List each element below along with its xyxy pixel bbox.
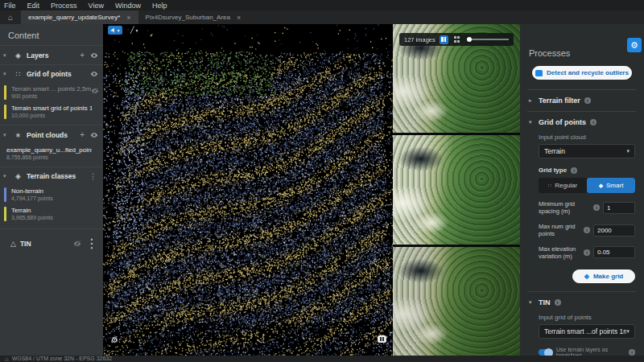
- info-icon[interactable]: i: [584, 97, 591, 104]
- eye-off-icon[interactable]: [91, 88, 99, 94]
- item-name: Terrain smart grid of points 1m 1: [11, 105, 92, 112]
- chevron-down-icon[interactable]: ▾: [3, 132, 10, 138]
- close-icon[interactable]: ×: [126, 14, 130, 22]
- menu-process[interactable]: Process: [51, 2, 77, 10]
- kebab-menu-icon[interactable]: ⋮: [85, 236, 98, 251]
- eye-icon[interactable]: [90, 132, 98, 138]
- panel-resize-handle[interactable]: [378, 335, 386, 343]
- info-icon[interactable]: i: [593, 204, 600, 211]
- section-tin[interactable]: △ TIN ⋮: [0, 228, 103, 257]
- aerial-image-thumbnail[interactable]: [393, 135, 520, 244]
- home-button[interactable]: ⌂: [0, 10, 21, 24]
- input-point-cloud-label: Input point cloud: [539, 134, 635, 141]
- menu-file[interactable]: File: [4, 2, 16, 10]
- list-item-non-terrain[interactable]: Non-terrain 4,794,177 points: [0, 185, 103, 204]
- measure-tool-button[interactable]: ╱ ▾: [128, 26, 141, 35]
- max-num-grid-points-label: Max num grid points: [539, 223, 580, 238]
- make-grid-button[interactable]: ◆ Make grid: [572, 269, 635, 283]
- select-value: Terrain smart ...of points 1m 1: [544, 327, 626, 335]
- viewport-3d[interactable]: ➤ ▾ ╱ ▾ ⚙: [103, 24, 393, 356]
- chevron-down-icon[interactable]: ▾: [529, 119, 535, 125]
- eye-icon[interactable]: [90, 52, 98, 59]
- grid-of-points-icon: ∷: [14, 70, 23, 78]
- detect-outliers-button[interactable]: Detect and recycle outliers: [532, 66, 632, 80]
- aerial-image-thumbnail[interactable]: [393, 247, 520, 356]
- item-name: Terrain smart ... points 2,5m 1: [11, 85, 92, 93]
- add-point-cloud-button[interactable]: +: [78, 130, 86, 139]
- menu-window[interactable]: Window: [115, 2, 141, 10]
- section-label: TIN: [539, 298, 551, 306]
- item-name: Terrain: [11, 207, 92, 214]
- close-icon[interactable]: ×: [237, 14, 241, 22]
- viewport-toolbar: ➤ ▾ ╱ ▾: [108, 26, 141, 35]
- chevron-down-icon[interactable]: ▾: [529, 299, 535, 306]
- button-label: Detect and recycle outliers: [547, 69, 629, 76]
- add-layer-button[interactable]: +: [78, 51, 86, 60]
- thumbnail-size-slider[interactable]: [467, 39, 509, 40]
- grid-view-button[interactable]: [452, 35, 461, 44]
- max-elevation-variation-label: Max elevation variation (m): [539, 245, 580, 261]
- max-elevation-variation-input[interactable]: [593, 246, 635, 258]
- tab-example-quarry[interactable]: example_quarry_updateSurvey* ×: [21, 10, 138, 24]
- chevron-down-icon[interactable]: ▾: [3, 52, 10, 59]
- section-header[interactable]: ▾ Grid of points i: [529, 118, 635, 126]
- diamond-icon: ◆: [584, 273, 589, 280]
- tin-icon: △: [10, 240, 16, 248]
- section-label: TIN: [20, 240, 69, 248]
- section-point-clouds[interactable]: ▾ ∗ Point clouds +: [0, 125, 103, 144]
- chevron-down-icon[interactable]: ▾: [118, 27, 120, 33]
- section-terrain-filter[interactable]: ▸ Terrain filter i: [527, 89, 637, 111]
- list-item-grid-2-5m[interactable]: Terrain smart ... points 2,5m 1 900 poin…: [0, 83, 103, 102]
- cursor-icon: ➤: [109, 27, 118, 35]
- eye-off-icon[interactable]: [73, 241, 81, 247]
- smart-option[interactable]: ◆ Smart: [587, 178, 635, 193]
- info-icon[interactable]: i: [571, 167, 577, 174]
- menu-help[interactable]: Help: [152, 2, 167, 10]
- point-cloud-canvas[interactable]: [103, 24, 393, 356]
- tab-suburban-area[interactable]: Pix4Dsurvey_Suburban_Area ×: [138, 10, 249, 24]
- item-name: Non-terrain: [11, 187, 92, 195]
- chevron-right-icon[interactable]: ▸: [529, 97, 535, 104]
- grid-type-label: Grid type: [539, 167, 567, 174]
- layer-color-bar: [4, 85, 6, 100]
- chevron-down-icon: ▾: [626, 148, 630, 154]
- list-view-button[interactable]: [440, 35, 448, 44]
- section-layers[interactable]: ▾ ◈ Layers +: [0, 45, 103, 64]
- slider-knob[interactable]: [467, 37, 472, 42]
- gear-icon: ⚙: [630, 40, 638, 51]
- menu-edit[interactable]: Edit: [27, 2, 40, 10]
- viewport-settings-gear-icon[interactable]: ⚙: [111, 335, 118, 344]
- section-grid-of-points-process: ▾ Grid of points i Input point cloud Ter…: [527, 111, 637, 291]
- input-grid-of-points-select[interactable]: Terrain smart ...of points 1m 1 ▾: [539, 324, 635, 339]
- ruler-icon: ╱: [130, 27, 134, 34]
- info-icon[interactable]: i: [584, 249, 590, 256]
- settings-gear-button[interactable]: ⚙: [627, 38, 642, 52]
- list-item-point-cloud[interactable]: example_quarry_u...fied_point_cloud 8,75…: [0, 144, 103, 163]
- item-name: example_quarry_u...fied_point_cloud: [6, 146, 92, 154]
- section-label: Terrain classes: [27, 172, 84, 180]
- chevron-down-icon: ▾: [626, 328, 630, 335]
- list-item-terrain[interactable]: Terrain 3,965,689 points: [0, 204, 103, 224]
- max-num-grid-points-input[interactable]: [593, 224, 635, 237]
- kebab-menu-icon[interactable]: ⋮: [88, 172, 98, 180]
- info-icon[interactable]: i: [555, 299, 561, 306]
- info-icon[interactable]: i: [590, 119, 597, 125]
- chevron-down-icon[interactable]: ▾: [136, 27, 138, 33]
- select-tool-button[interactable]: ➤ ▾: [108, 26, 122, 35]
- processes-panel: ⚙ Processes Detect and recycle outliers …: [520, 24, 644, 356]
- eye-icon[interactable]: [90, 71, 98, 77]
- list-item-grid-1m[interactable]: Terrain smart grid of points 1m 1 10,000…: [0, 102, 103, 121]
- section-header[interactable]: ▾ TIN i: [529, 298, 635, 306]
- chevron-down-icon[interactable]: ▾: [3, 71, 10, 77]
- content-panel: Content ▾ ◈ Layers + ▾ ∷ Grid of points …: [0, 24, 103, 356]
- chevron-down-icon[interactable]: ▾: [3, 173, 10, 179]
- menu-view[interactable]: View: [89, 2, 104, 10]
- info-icon[interactable]: i: [584, 227, 590, 233]
- section-grid-of-points[interactable]: ▾ ∷ Grid of points: [0, 64, 103, 83]
- regular-option[interactable]: ∷ Regular: [539, 178, 587, 193]
- min-grid-spacing-input[interactable]: [603, 202, 635, 214]
- section-terrain-classes[interactable]: ▾ ◈ Terrain classes ⋮: [0, 167, 103, 185]
- item-count: 10,000 points: [11, 113, 92, 118]
- input-point-cloud-select[interactable]: Terrain ▾: [539, 144, 635, 158]
- point-cloud-icon: ∗: [14, 131, 23, 139]
